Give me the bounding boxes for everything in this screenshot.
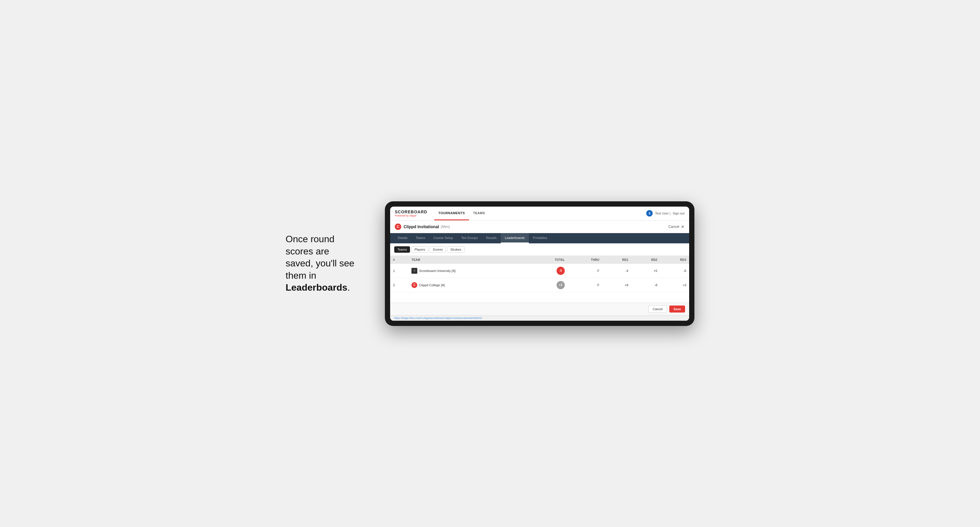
tablet-screen: SCOREBOARD Powered by clippd TOURNAMENTS… [390, 206, 689, 321]
save-button[interactable]: Save [669, 306, 685, 313]
app-logo: SCOREBOARD Powered by clippd [395, 210, 427, 217]
col-thru: THRU [568, 256, 603, 264]
footer-bar: Cancel Save [390, 303, 689, 315]
team-2-name: Clippd College [A] [419, 283, 445, 287]
sidebar-line5-bold: Leaderboards [286, 282, 347, 293]
filter-scores-button[interactable]: Scores [430, 246, 446, 253]
logo-title: SCOREBOARD [395, 210, 427, 214]
filter-players-button[interactable]: Players [411, 246, 428, 253]
tournament-header: C Clippd Invitational (Men) Cancel ✕ [390, 221, 689, 233]
filter-row: Teams Players Scores Strokes [390, 243, 689, 256]
tablet-device: SCOREBOARD Powered by clippd TOURNAMENTS… [385, 202, 694, 326]
sign-out-link[interactable]: Sign out [673, 211, 684, 215]
url-bar: https://stage-blue-coach.stagesscoreboar… [390, 315, 689, 321]
team-2-rd2: -8 [632, 278, 660, 292]
table-row: 2 C Clippd College [A] +3 F [390, 278, 689, 292]
team-1-rd2: +5 [632, 264, 660, 278]
team-1-rd1: -4 [603, 264, 632, 278]
tournament-cancel-button[interactable]: Cancel ✕ [668, 224, 684, 229]
close-icon: ✕ [681, 224, 684, 229]
col-total: TOTAL [530, 256, 568, 264]
team-2-thru: F [568, 278, 603, 292]
nav-teams[interactable]: TEAMS [469, 206, 489, 221]
tab-tee-groups[interactable]: Tee Groups [457, 233, 482, 243]
sidebar-line4: them in [286, 270, 316, 281]
logo-subtitle: Powered by clippd [395, 214, 427, 217]
sidebar-line1: Once round [286, 234, 334, 244]
nav-tournaments[interactable]: TOURNAMENTS [434, 206, 469, 221]
tab-results[interactable]: Results [482, 233, 501, 243]
main-nav: TOURNAMENTS TEAMS [434, 206, 646, 221]
team-2-logo: C [412, 282, 417, 288]
filter-teams-button[interactable]: Teams [394, 246, 410, 253]
team-1-thru: F [568, 264, 603, 278]
team-2-rd3: +3 [660, 278, 689, 292]
sidebar-line5-suffix: . [347, 282, 350, 293]
tournament-subtitle: (Men) [441, 225, 450, 229]
user-area: S Test User | Sign out [646, 210, 684, 216]
team-1-score-badge: -5 [557, 267, 565, 275]
col-rank: # [390, 256, 409, 264]
team-1-rd3: -6 [660, 264, 689, 278]
col-rd1: RD1 [603, 256, 632, 264]
tab-printables[interactable]: Printables [529, 233, 551, 243]
cancel-button[interactable]: Cancel [648, 305, 667, 313]
top-navigation: SCOREBOARD Powered by clippd TOURNAMENTS… [390, 206, 689, 221]
tab-details[interactable]: Details [394, 233, 412, 243]
tournament-title: Clippd Invitational [404, 224, 439, 229]
team-2-rd1: +8 [603, 278, 632, 292]
team-2-cell: C Clippd College [A] [409, 278, 530, 292]
col-rd3: RD3 [660, 256, 689, 264]
col-team: TEAM [409, 256, 530, 264]
table-header-row: # TEAM TOTAL THRU RD1 RD2 RD3 [390, 256, 689, 264]
tournament-logo: C [395, 224, 401, 230]
team-1-logo: S [412, 268, 417, 274]
sidebar-line3: saved, you'll see [286, 258, 355, 268]
tab-course-setup[interactable]: Course Setup [429, 233, 457, 243]
team-1-total: -5 [530, 264, 568, 278]
rank-1: 1 [390, 264, 409, 278]
sidebar-line2: scores are [286, 246, 329, 257]
filter-strokes-button[interactable]: Strokes [447, 246, 464, 253]
sidebar-description: Once round scores are saved, you'll see … [286, 233, 368, 294]
user-name: Test User | [655, 211, 670, 215]
col-rd2: RD2 [632, 256, 660, 264]
team-1-name: Scoreboard University [A] [419, 269, 455, 273]
table-row: 1 S Scoreboard University [A] -5 F [390, 264, 689, 278]
team-2-total: +3 [530, 278, 568, 292]
team-1-cell: S Scoreboard University [A] [409, 264, 530, 278]
tab-navigation: Details Teams Course Setup Tee Groups Re… [390, 233, 689, 243]
tab-leaderboards[interactable]: Leaderboards [501, 233, 529, 243]
tab-teams[interactable]: Teams [412, 233, 429, 243]
user-avatar: S [646, 210, 653, 216]
leaderboard-table: # TEAM TOTAL THRU RD1 RD2 RD3 1 [390, 256, 689, 292]
leaderboard-content: # TEAM TOTAL THRU RD1 RD2 RD3 1 [390, 256, 689, 303]
rank-2: 2 [390, 278, 409, 292]
team-2-score-badge: +3 [557, 281, 565, 289]
